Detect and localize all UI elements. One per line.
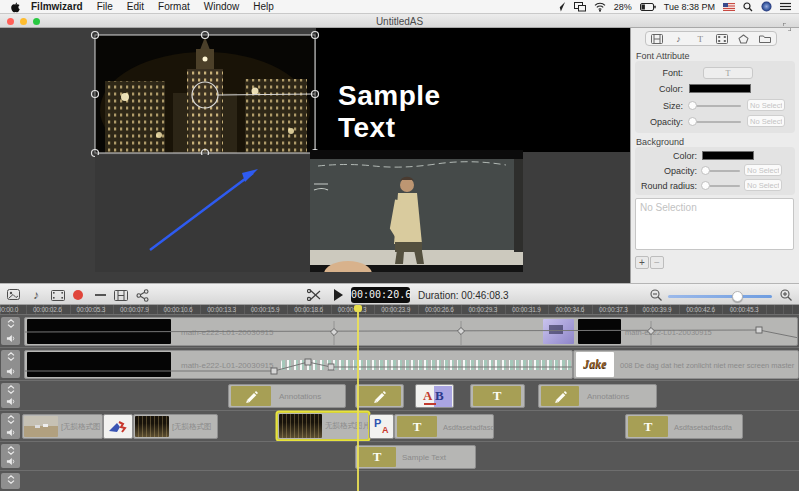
font-size-input[interactable] xyxy=(747,99,785,111)
bg-opacity-input[interactable] xyxy=(744,164,782,176)
bg-round-input[interactable] xyxy=(744,179,782,191)
background-title: Background xyxy=(636,137,684,147)
text-badge: T xyxy=(628,416,668,437)
zoom-out-icon[interactable] xyxy=(648,287,664,303)
text-tool-glyph: T xyxy=(644,419,653,435)
clip-label: math-e222-L01-20030915 xyxy=(625,327,712,336)
font-picker[interactable]: T xyxy=(703,67,753,79)
clip-pa-graphic[interactable]: P A xyxy=(369,414,394,439)
clip-jake[interactable]: Jake 008 De dag dat het zonlicht niet me… xyxy=(573,350,799,379)
film-icon[interactable] xyxy=(113,287,129,303)
clip-annotation-1[interactable]: Annotations xyxy=(228,384,346,408)
video-layer-lecture[interactable] xyxy=(310,150,523,272)
notes-field[interactable] xyxy=(635,198,794,250)
font-opacity-slider[interactable] xyxy=(689,121,741,123)
menu-item[interactable]: Help xyxy=(253,1,274,12)
timeline-zoom-slider[interactable] xyxy=(668,295,772,298)
track4-header[interactable] xyxy=(1,413,20,439)
clip-thumbnail-night xyxy=(279,414,322,438)
clip-graphic-1[interactable] xyxy=(103,414,133,439)
bg-round-slider[interactable] xyxy=(702,185,740,187)
menu-item[interactable]: Edit xyxy=(127,1,144,12)
menu-item[interactable]: Filmwizard xyxy=(31,1,83,12)
track-media: [无损格式图 [无损格式图 无损格式图片 P A xyxy=(0,410,799,441)
shape-tab-icon[interactable] xyxy=(734,32,752,45)
trim-tool-icon[interactable] xyxy=(92,287,108,303)
add-image-icon[interactable] xyxy=(6,287,22,303)
clip-label: Annotations xyxy=(587,392,629,401)
playhead[interactable] xyxy=(357,305,359,491)
siri-icon[interactable] xyxy=(761,1,772,12)
clip-annotation-3[interactable]: Annotations xyxy=(538,384,657,408)
menu-item[interactable]: Format xyxy=(158,1,190,12)
clip-video1[interactable]: math-e222-L01-20030915 math-e222-L01-200… xyxy=(24,317,798,346)
preview-sample-text[interactable]: Sample Text xyxy=(338,80,498,144)
ruler-tick: 00:00:13.3 xyxy=(200,306,244,313)
glyph-p: P xyxy=(374,417,381,429)
bg-opacity-slider[interactable] xyxy=(702,170,740,172)
background-group: Color: Opacity: Round radius: xyxy=(635,147,795,195)
add-video-icon[interactable] xyxy=(50,287,66,303)
font-size-slider[interactable] xyxy=(689,105,741,107)
share-icon[interactable] xyxy=(134,287,150,303)
notification-center-icon[interactable] xyxy=(780,2,791,11)
wifi-icon[interactable] xyxy=(594,2,606,12)
play-button[interactable] xyxy=(330,287,346,303)
spotlight-icon[interactable] xyxy=(743,2,753,12)
ruler-tick: 00:00:05.3 xyxy=(69,306,113,313)
font-opacity-input[interactable] xyxy=(747,115,785,127)
clip-image-1[interactable]: [无损格式图 xyxy=(22,414,103,439)
zoom-slider-thumb[interactable] xyxy=(732,291,743,302)
font-color-swatch[interactable] xyxy=(689,84,751,93)
clip-tab-icon[interactable] xyxy=(713,32,731,45)
ruler-tick: 00:00:18.6 xyxy=(287,306,331,313)
add-button[interactable]: + xyxy=(635,256,649,269)
title-bar[interactable]: UntitledAS xyxy=(0,14,799,28)
input-flag-icon[interactable] xyxy=(723,3,735,11)
zoom-in-icon[interactable] xyxy=(778,287,794,303)
apple-menu-icon[interactable] xyxy=(10,1,21,13)
audio-tab-icon[interactable]: ♪ xyxy=(669,32,687,45)
clip-ab-subtitle[interactable]: A B xyxy=(415,384,454,408)
track5-header[interactable] xyxy=(1,444,20,468)
library-tab-icon[interactable] xyxy=(756,32,774,45)
clip-text-1[interactable]: T xyxy=(470,384,525,408)
clip-annotation-2[interactable] xyxy=(355,384,404,408)
menu-item[interactable]: Window xyxy=(204,1,240,12)
track3-header[interactable] xyxy=(1,383,20,408)
bg-round-label: Round radius: xyxy=(635,181,697,191)
video-layer-building[interactable] xyxy=(95,35,315,153)
clip-image-selected[interactable]: 无损格式图片 xyxy=(277,412,369,440)
track6-header[interactable] xyxy=(1,473,20,489)
clip-text-2[interactable]: T Asdfasetadfasd xyxy=(394,414,494,439)
video-tab-icon[interactable] xyxy=(648,32,666,45)
fullscreen-icon[interactable] xyxy=(783,17,791,35)
clip-label: Annotations xyxy=(279,392,321,401)
split-icon[interactable] xyxy=(306,287,322,303)
track2-header[interactable] xyxy=(1,350,20,378)
timeline-tracks: math-e222-L01-20030915 math-e222-L01-200… xyxy=(0,314,799,491)
clip-video2[interactable]: math-e222-L01-20030915 xyxy=(24,350,573,379)
record-button[interactable] xyxy=(70,287,86,303)
current-time-display: 00:00:20.6 xyxy=(351,287,410,303)
clock[interactable]: Tue 8:38 PM xyxy=(664,2,715,12)
track-video-1: math-e222-L01-20030915 math-e222-L01-200… xyxy=(0,314,799,347)
clip-text-3[interactable]: T Asdfasetadfasdfa xyxy=(625,414,743,439)
menu-item[interactable]: File xyxy=(97,1,113,12)
preview-canvas[interactable]: Sample Text xyxy=(0,28,630,283)
displays-icon[interactable] xyxy=(574,2,586,12)
clip-label: math-e222-L01-20030915 xyxy=(181,360,274,369)
clip-sample-text[interactable]: T Sample Text xyxy=(355,445,476,469)
track1-header[interactable] xyxy=(1,317,20,345)
annotation-layer[interactable] xyxy=(95,155,316,272)
pencil-badge xyxy=(541,386,579,406)
text-tab-icon[interactable]: T xyxy=(691,32,709,45)
remove-button[interactable]: − xyxy=(650,256,664,269)
bg-color-swatch[interactable] xyxy=(702,151,754,160)
clip-image-2[interactable]: [无损格式图 xyxy=(133,414,218,439)
add-audio-icon[interactable]: ♪ xyxy=(28,287,44,303)
time-ruler[interactable]: 00:00:00.000:00:02.600:00:05.300:00:07.9… xyxy=(0,305,799,314)
ruler-tick: 00:00:07.9 xyxy=(113,306,157,313)
font-label: Font: xyxy=(635,68,683,78)
location-icon[interactable] xyxy=(555,1,566,12)
